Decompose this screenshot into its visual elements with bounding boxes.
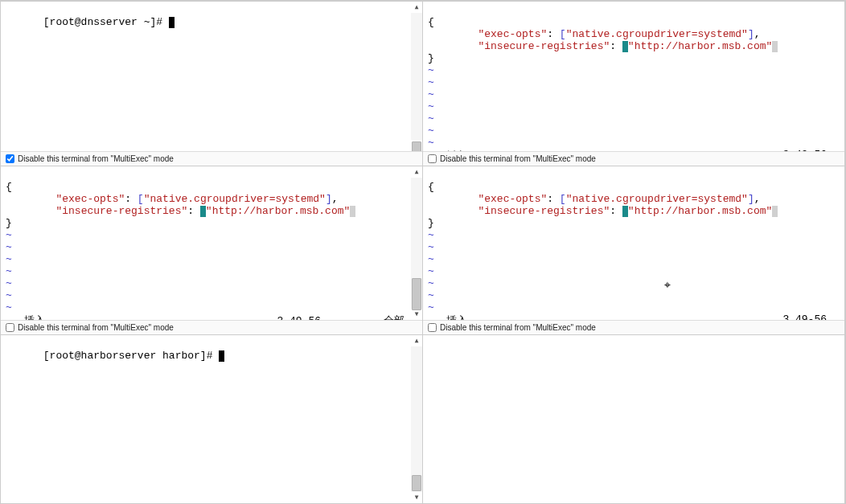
scrollbar[interactable]: ▴ ▾ xyxy=(411,2,422,151)
scroll-up-icon[interactable]: ▴ xyxy=(412,335,421,346)
vim-tilde: ~ xyxy=(428,64,434,76)
scroll-down-icon[interactable]: ▾ xyxy=(412,492,421,503)
scroll-thumb[interactable] xyxy=(412,278,421,310)
terminal-pane-top-right[interactable]: { "exec-opts": ["native.cgroupdriver=sys… xyxy=(423,2,845,166)
pane-footer: Disable this terminal from "MultiExec" m… xyxy=(1,151,422,166)
vim-tilde: ~ xyxy=(428,253,434,265)
scroll-thumb[interactable] xyxy=(412,475,421,491)
terminal-pane-bottom-left[interactable]: [root@harborserver harbor]# ▴ ▾ xyxy=(1,335,423,504)
scroll-track[interactable] xyxy=(411,13,422,140)
vim-tilde: ~ xyxy=(6,289,12,301)
disable-multiexec-label: Disable this terminal from "MultiExec" m… xyxy=(18,323,174,332)
scroll-up-icon[interactable]: ▴ xyxy=(412,166,421,178)
vim-status-line: -- 插入 --3,49-56 xyxy=(428,313,840,320)
disable-multiexec-label: Disable this terminal from "MultiExec" m… xyxy=(440,154,596,163)
json-val-insecure-registries: "http://harbor.msb.com" xyxy=(628,205,772,217)
vim-tilde: ~ xyxy=(428,289,434,301)
terminal-pane-mid-left[interactable]: { "exec-opts": ["native.cgroupdriver=sys… xyxy=(1,166,423,335)
scroll-down-icon[interactable]: ▾ xyxy=(412,309,421,320)
disable-multiexec-checkbox[interactable] xyxy=(6,154,14,163)
disable-multiexec-checkbox[interactable] xyxy=(428,154,437,163)
vim-tilde: ~ xyxy=(6,229,12,241)
terminal-body[interactable]: { "exec-opts": ["native.cgroupdriver=sys… xyxy=(1,166,422,320)
vim-tilde: ~ xyxy=(428,125,434,137)
terminal-body[interactable] xyxy=(423,335,844,503)
vim-status-line: -- 插入 --3,49-56 xyxy=(428,149,840,151)
json-key-exec-opts: "exec-opts" xyxy=(478,28,547,40)
json-key-insecure-registries: "insecure-registries" xyxy=(478,205,610,217)
json-val-exec-opts: "native.cgroupdriver=systemd" xyxy=(566,193,748,205)
scroll-track[interactable] xyxy=(411,346,422,492)
vim-tilde: ~ xyxy=(6,253,12,265)
pane-footer: Disable this terminal from "MultiExec" m… xyxy=(1,320,422,334)
json-open-brace: { xyxy=(428,181,434,193)
end-marker xyxy=(350,206,355,217)
shell-prompt: [root@harborserver harbor]# xyxy=(43,350,219,362)
vim-tilde: ~ xyxy=(428,301,434,313)
vim-tilde: ~ xyxy=(428,137,434,149)
vim-tilde: ~ xyxy=(428,229,434,241)
json-val-exec-opts: "native.cgroupdriver=systemd" xyxy=(144,193,326,205)
json-key-insecure-registries: "insecure-registries" xyxy=(478,40,610,52)
shell-prompt: [root@dnsserver ~]# xyxy=(43,16,169,28)
json-key-exec-opts: "exec-opts" xyxy=(55,193,125,205)
end-marker xyxy=(772,206,778,217)
json-open-brace: { xyxy=(6,181,12,193)
terminal-pane-top-left[interactable]: [root@dnsserver ~]# ▴ ▾ Disable this ter… xyxy=(1,2,423,166)
vim-tilde: ~ xyxy=(6,265,12,277)
scroll-up-icon[interactable]: ▴ xyxy=(412,2,421,13)
scrollbar[interactable]: ▴ ▾ xyxy=(411,335,422,503)
vim-cursor xyxy=(200,206,206,217)
json-val-exec-opts: "native.cgroupdriver=systemd" xyxy=(566,28,748,40)
disable-multiexec-label: Disable this terminal from "MultiExec" m… xyxy=(440,323,596,332)
vim-tilde: ~ xyxy=(428,76,434,88)
json-open-brace: { xyxy=(428,16,434,28)
vim-tilde: ~ xyxy=(6,241,12,253)
vim-tilde: ~ xyxy=(428,241,434,253)
json-val-insecure-registries: "http://harbor.msb.com" xyxy=(206,205,350,217)
scrollbar[interactable]: ▴ ▾ xyxy=(411,166,422,320)
json-close-brace: } xyxy=(428,52,434,64)
terminal-body[interactable]: { "exec-opts": ["native.cgroupdriver=sys… xyxy=(423,166,844,320)
vim-tilde: ~ xyxy=(6,301,12,313)
terminal-body[interactable]: [root@dnsserver ~]# ▴ ▾ xyxy=(1,2,422,151)
cursor-block xyxy=(169,17,175,28)
terminal-pane-bottom-right[interactable] xyxy=(423,335,845,504)
json-key-exec-opts: "exec-opts" xyxy=(478,193,547,205)
terminal-body[interactable]: { "exec-opts": ["native.cgroupdriver=sys… xyxy=(423,2,844,151)
disable-multiexec-checkbox[interactable] xyxy=(6,323,14,332)
vim-tilde: ~ xyxy=(428,265,434,277)
cursor-block xyxy=(219,350,224,362)
pane-footer: Disable this terminal from "MultiExec" m… xyxy=(423,151,844,166)
vim-tilde: ~ xyxy=(6,277,12,289)
vim-status-line: -- 插入 --3,49-56 全部 xyxy=(6,313,417,320)
mouse-cursor-icon: ⌖ xyxy=(664,279,671,292)
vim-cursor xyxy=(622,206,628,217)
vim-tilde: ~ xyxy=(428,88,434,100)
scroll-thumb[interactable] xyxy=(412,141,421,151)
terminal-pane-mid-right[interactable]: { "exec-opts": ["native.cgroupdriver=sys… xyxy=(423,166,845,335)
vim-tilde: ~ xyxy=(428,113,434,125)
disable-multiexec-label: Disable this terminal from "MultiExec" m… xyxy=(18,154,174,163)
scroll-track[interactable] xyxy=(411,178,422,309)
vim-tilde: ~ xyxy=(428,100,434,113)
json-key-insecure-registries: "insecure-registries" xyxy=(55,205,187,217)
terminal-body[interactable]: [root@harborserver harbor]# ▴ ▾ xyxy=(1,335,422,503)
vim-cursor xyxy=(622,41,628,52)
json-close-brace: } xyxy=(6,217,12,229)
disable-multiexec-checkbox[interactable] xyxy=(428,323,437,332)
end-marker xyxy=(772,41,778,52)
json-close-brace: } xyxy=(428,217,434,229)
json-val-insecure-registries: "http://harbor.msb.com" xyxy=(628,40,772,52)
pane-footer: Disable this terminal from "MultiExec" m… xyxy=(423,320,844,334)
vim-tilde: ~ xyxy=(428,277,434,289)
